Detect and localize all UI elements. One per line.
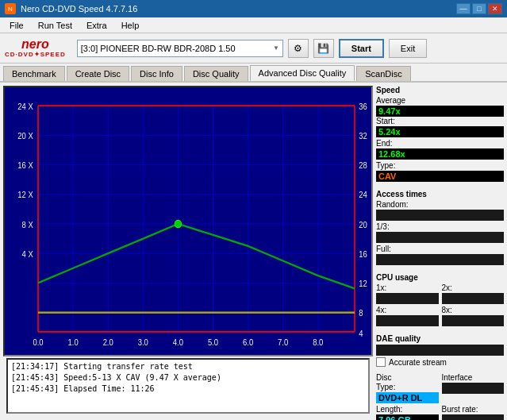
tab-scan-disc[interactable]: ScanDisc <box>356 66 410 81</box>
title-bar: N Nero CD-DVD Speed 4.7.7.16 — □ ✕ <box>0 0 507 17</box>
menu-help[interactable]: Help <box>115 19 146 32</box>
svg-text:16 X: 16 X <box>17 161 33 171</box>
svg-text:8 X: 8 X <box>22 220 34 229</box>
disc-info-row: Disc Type: DVD+R DL Interface <box>376 373 504 403</box>
cpu-2x-box: 2x: <box>442 283 505 304</box>
tab-disc-quality[interactable]: Disc Quality <box>184 66 248 81</box>
svg-text:1.0: 1.0 <box>68 338 79 348</box>
nero-sub: CD·DVD✦SPEED <box>5 51 66 58</box>
access-full-label: Full: <box>376 245 504 253</box>
svg-text:5.0: 5.0 <box>208 338 219 348</box>
start-button[interactable]: Start <box>339 39 384 58</box>
svg-text:0.0: 0.0 <box>33 338 44 348</box>
interface-value <box>442 383 505 394</box>
svg-point-25 <box>175 220 181 227</box>
access-third-box: 1/3: <box>376 222 504 243</box>
accurate-stream-checkbox[interactable] <box>376 357 386 367</box>
speed-average-box: Average 9.47x <box>376 96 504 117</box>
disc-type-value: DVD+R DL <box>376 392 439 403</box>
access-full-row: Full: <box>376 245 504 265</box>
svg-text:6.0: 6.0 <box>243 338 254 348</box>
access-random-label: Random: <box>376 200 504 209</box>
tab-benchmark[interactable]: Benchmark <box>3 66 65 81</box>
svg-text:8: 8 <box>359 309 363 318</box>
access-times-section: Access times Random: 1/3: Full: <box>376 190 504 267</box>
speed-start-row: Start: 5.24x <box>376 117 504 137</box>
burst-rate-box: Burst rate: <box>442 405 505 420</box>
access-random-box: Random: <box>376 200 504 221</box>
svg-text:8.0: 8.0 <box>313 338 324 348</box>
access-random-value <box>376 210 504 221</box>
close-button[interactable]: ✕ <box>488 3 502 14</box>
chart-container: 24 X 20 X 16 X 12 X 8 X 4 X 36 32 28 24 … <box>3 86 373 356</box>
cpu-1x-label: 1x: <box>376 283 439 292</box>
title-bar-left: N Nero CD-DVD Speed 4.7.7.16 <box>5 3 137 14</box>
dae-value <box>376 345 504 356</box>
log-line-3: [21:45:43] Elapsed Time: 11:26 <box>11 383 365 395</box>
speed-start-value: 5.24x <box>376 126 504 137</box>
svg-text:12 X: 12 X <box>17 191 33 200</box>
speed-title: Speed <box>376 86 504 94</box>
right-panel: Speed Average 9.47x Start: 5.24x End: 12… <box>376 83 507 420</box>
svg-text:28: 28 <box>359 161 367 171</box>
menu-file[interactable]: File <box>3 19 30 32</box>
speed-average-label: Average <box>376 96 504 105</box>
access-full-box: Full: <box>376 245 504 265</box>
cpu-8x-value <box>442 315 505 326</box>
cpu-row-2: 4x: 8x: <box>376 306 504 326</box>
speed-end-row: End: 12.68x <box>376 139 504 160</box>
tab-advanced-disc-quality[interactable]: Advanced Disc Quality <box>250 65 355 81</box>
drive-selector[interactable]: [3:0] PIONEER BD-RW BDR-208D 1.50 ▼ <box>77 40 283 57</box>
cpu-4x-value <box>376 315 439 326</box>
chart-svg: 24 X 20 X 16 X 12 X 8 X 4 X 36 32 28 24 … <box>5 87 371 355</box>
cpu-8x-box: 8x: <box>442 306 505 326</box>
access-random-row: Random: <box>376 200 504 221</box>
maximize-button[interactable]: □ <box>472 3 486 14</box>
svg-text:12: 12 <box>359 279 367 289</box>
svg-text:36: 36 <box>359 102 367 111</box>
interface-label: Interface <box>442 373 505 382</box>
svg-text:7.0: 7.0 <box>278 338 289 348</box>
disc-length-box: Length: 7.96 GB <box>376 405 439 420</box>
access-full-value <box>376 254 504 265</box>
accurate-stream-label: Accurate stream <box>389 358 447 367</box>
exit-button[interactable]: Exit <box>389 39 427 58</box>
tab-bar: Benchmark Create Disc Disc Info Disc Qua… <box>0 64 507 83</box>
speed-type-row: Type: CAV <box>376 161 504 182</box>
save-icon-button[interactable]: 💾 <box>313 39 334 58</box>
speed-start-box: Start: 5.24x <box>376 117 504 137</box>
drive-label: [3:0] PIONEER BD-RW BDR-208D 1.50 <box>81 44 236 53</box>
disc-section: Disc Type: DVD+R DL Interface Length: 7.… <box>376 373 504 420</box>
svg-text:4: 4 <box>359 329 363 338</box>
chart-area: 24 X 20 X 16 X 12 X 8 X 4 X 36 32 28 24 … <box>0 83 376 420</box>
nero-text: nero <box>21 38 49 51</box>
menu-run-test[interactable]: Run Test <box>32 19 79 32</box>
cpu-8x-label: 8x: <box>442 306 505 314</box>
options-icon-button[interactable]: ⚙ <box>288 39 309 58</box>
disc-type-label: Disc <box>376 373 439 382</box>
access-third-label: 1/3: <box>376 222 504 231</box>
menu-extra[interactable]: Extra <box>80 19 113 32</box>
cpu-section: CPU usage 1x: 2x: 4x: 8x: <box>376 273 504 328</box>
menu-bar: File Run Test Extra Help <box>0 17 507 33</box>
minimize-button[interactable]: — <box>456 3 471 14</box>
dae-section: DAE quality Accurate stream <box>376 334 504 367</box>
speed-type-value: CAV <box>376 171 504 182</box>
access-third-row: 1/3: <box>376 222 504 243</box>
disc-type-box: Disc Type: DVD+R DL <box>376 373 439 403</box>
nero-logo: nero CD·DVD✦SPEED <box>5 38 66 58</box>
log-line-2: [21:45:43] Speed:5-13 X CAV (9.47 X aver… <box>11 372 365 383</box>
tab-disc-info[interactable]: Disc Info <box>131 66 182 81</box>
svg-text:24 X: 24 X <box>17 102 33 111</box>
cpu-title: CPU usage <box>376 273 504 282</box>
svg-text:20: 20 <box>359 220 367 229</box>
app-title: Nero CD-DVD Speed 4.7.7.16 <box>21 4 137 13</box>
disc-length-label: Length: <box>376 405 439 414</box>
burst-rate-value <box>442 414 505 420</box>
cpu-1x-value <box>376 293 439 304</box>
tab-create-disc[interactable]: Create Disc <box>67 66 129 81</box>
svg-text:3.0: 3.0 <box>138 338 149 348</box>
combo-arrow-icon: ▼ <box>273 44 279 52</box>
speed-end-box: End: 12.68x <box>376 139 504 160</box>
speed-end-value: 12.68x <box>376 148 504 160</box>
